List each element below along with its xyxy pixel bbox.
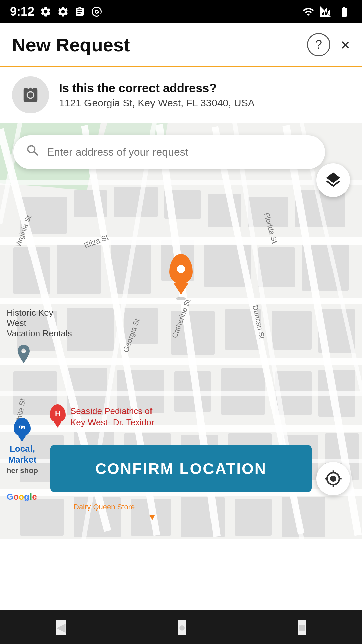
svg-text:+: + bbox=[24, 87, 28, 94]
seaside-pediatrics-marker: H Seaside Pediatrics ofKey West- Dr. Tex… bbox=[50, 404, 154, 428]
svg-rect-56 bbox=[0, 180, 362, 185]
help-icon: ? bbox=[315, 38, 322, 52]
pin-dot bbox=[177, 265, 185, 273]
camera-icon: + bbox=[20, 86, 41, 104]
svg-rect-48 bbox=[0, 358, 362, 365]
close-button[interactable]: × bbox=[341, 36, 350, 54]
camera-button[interactable]: + bbox=[12, 76, 49, 113]
gray-location-pin bbox=[15, 344, 33, 369]
svg-rect-24 bbox=[272, 311, 312, 350]
signal-icon bbox=[320, 6, 332, 18]
address-value: 1121 Georgia St, Key West, FL 33040, USA bbox=[59, 97, 255, 109]
layer-toggle-button[interactable] bbox=[316, 163, 350, 197]
dairy-queen-label: Dairy Queen Store bbox=[74, 503, 135, 512]
dairy-queen-marker: ▼ bbox=[147, 512, 157, 522]
address-text: Is this the correct address? 1121 Georgi… bbox=[59, 81, 255, 109]
svg-rect-44 bbox=[235, 499, 272, 536]
place-label-seaside: Seaside Pediatrics ofKey West- Dr. Texid… bbox=[70, 406, 154, 428]
battery-icon bbox=[337, 6, 352, 18]
pin-body bbox=[169, 254, 193, 284]
search-icon bbox=[25, 143, 40, 161]
svg-rect-7 bbox=[114, 187, 158, 217]
address-banner: + Is this the correct address? 1121 Geor… bbox=[0, 67, 362, 123]
wifi-icon bbox=[302, 6, 315, 18]
recent-apps-button[interactable]: ■ bbox=[298, 620, 306, 635]
settings2-icon bbox=[57, 6, 69, 18]
local-market-marker: 🛍 Local,Markether shop bbox=[7, 418, 38, 475]
status-time: 9:12 bbox=[10, 5, 34, 19]
address-question: Is this the correct address? bbox=[59, 81, 255, 95]
status-left: 9:12 bbox=[10, 5, 103, 19]
svg-rect-57 bbox=[0, 391, 362, 396]
map-pin bbox=[169, 254, 193, 300]
svg-rect-13 bbox=[57, 244, 101, 294]
svg-rect-17 bbox=[258, 247, 295, 287]
nav-bar: ◀ ● ■ bbox=[0, 610, 362, 644]
search-box[interactable] bbox=[13, 135, 325, 169]
settings1-icon bbox=[40, 6, 52, 18]
header: New Request ? × bbox=[0, 23, 362, 67]
search-input[interactable] bbox=[47, 146, 313, 158]
at-icon bbox=[90, 6, 103, 18]
status-bar: 9:12 bbox=[0, 0, 362, 23]
place-label-local-market: Local,Markether shop bbox=[7, 444, 38, 475]
confirm-location-button[interactable]: CONFIRM LOCATION bbox=[50, 445, 312, 492]
back-button[interactable]: ◀ bbox=[56, 620, 66, 635]
svg-rect-40 bbox=[20, 499, 64, 536]
google-logo: Google bbox=[7, 492, 37, 502]
home-button[interactable]: ● bbox=[178, 620, 186, 635]
clipboard-icon bbox=[74, 6, 85, 18]
current-location-button[interactable] bbox=[316, 462, 350, 495]
svg-rect-20 bbox=[67, 308, 114, 351]
header-actions: ? × bbox=[307, 33, 350, 56]
status-right bbox=[302, 6, 352, 18]
svg-rect-10 bbox=[248, 197, 288, 227]
svg-point-0 bbox=[28, 92, 33, 98]
svg-rect-21 bbox=[124, 308, 158, 344]
help-button[interactable]: ? bbox=[307, 33, 330, 56]
confirm-location-label: CONFIRM LOCATION bbox=[95, 460, 267, 478]
map-container[interactable]: Virginia St Eliza St Florida St Georgia … bbox=[0, 123, 362, 539]
pin-shadow bbox=[176, 297, 186, 300]
page-title: New Request bbox=[12, 34, 130, 56]
